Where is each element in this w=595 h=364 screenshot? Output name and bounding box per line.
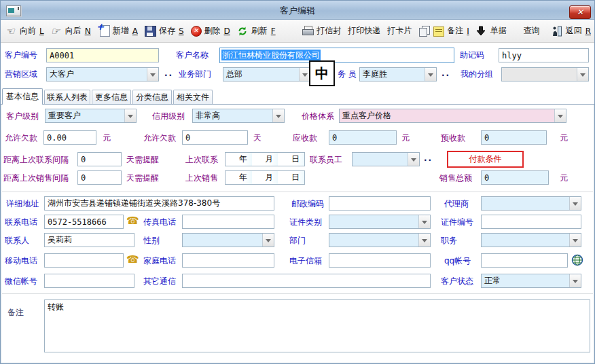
delete-icon — [191, 26, 202, 37]
chevron-down-icon — [408, 153, 419, 166]
dept-dropdown[interactable]: 总部 — [223, 67, 311, 81]
remind-label: 天需提醒 — [126, 155, 159, 164]
fax-field[interactable] — [182, 215, 274, 229]
email-field[interactable] — [329, 253, 431, 268]
last-sales-date-field[interactable]: 年月日 — [225, 170, 305, 185]
gender-dropdown[interactable] — [182, 233, 274, 247]
salesman-ellipsis-button[interactable]: .. — [441, 69, 450, 78]
prev-key: L — [39, 26, 44, 36]
my-group-label: 我的分组 — [461, 69, 493, 79]
query-button[interactable]: 查询 — [520, 20, 543, 42]
address-field[interactable] — [44, 196, 274, 211]
print-envelope-label: 打信封 — [317, 25, 341, 37]
floppy-disk-icon — [145, 26, 156, 37]
allowed-debt-field[interactable] — [43, 130, 96, 145]
sticky-note-icon — [433, 26, 444, 37]
last-contact-label: 上次联系 — [185, 155, 218, 164]
contact-person-field[interactable] — [44, 233, 134, 247]
sales-total-field[interactable] — [481, 170, 549, 185]
phone-field[interactable] — [44, 215, 124, 229]
return-button[interactable]: 返回R — [548, 20, 594, 42]
refresh-label: 刷新 — [251, 25, 268, 37]
bill-button[interactable]: 单据 — [473, 20, 510, 42]
next-label: 向后 — [65, 25, 82, 37]
date-year: 年 — [226, 153, 252, 166]
tab-more-info[interactable]: 更多信息 — [92, 90, 131, 104]
last-contact-date-field[interactable]: 年月日 — [225, 152, 305, 166]
agent-value — [482, 197, 569, 210]
prepaid-field[interactable] — [481, 130, 547, 145]
receivable-field[interactable] — [329, 130, 397, 145]
sales-gap-label: 距离上次销售间隔 — [3, 173, 69, 183]
add-key: A — [132, 26, 138, 36]
contact-gap-field[interactable] — [77, 152, 122, 166]
tab-basic-info[interactable]: 基本信息 — [2, 88, 43, 105]
region-dropdown[interactable]: 大客户 — [46, 67, 159, 81]
unit-day: 天 — [253, 133, 262, 143]
other-comm-field[interactable] — [182, 274, 431, 288]
date-month: 月 — [252, 153, 278, 166]
qq-field[interactable] — [481, 253, 568, 268]
contact-person-label: 联系人 — [5, 236, 29, 245]
unit-yuan: 元 — [560, 133, 568, 143]
zip-field[interactable] — [329, 196, 431, 211]
note-button[interactable]: 备注I — [415, 20, 473, 42]
mobile-field[interactable] — [44, 253, 124, 268]
down-arrow-icon — [476, 26, 488, 37]
cert-type-dropdown[interactable] — [329, 215, 431, 229]
close-button[interactable] — [569, 5, 591, 19]
agent-label: 代理商 — [444, 199, 469, 208]
print-envelope-button[interactable]: 打信封 — [299, 20, 344, 42]
tab-contact-list[interactable]: 联系人列表 — [44, 90, 90, 104]
home-phone-field[interactable] — [182, 253, 274, 268]
customer-status-dropdown[interactable]: 正常 — [481, 274, 581, 288]
wechat-field[interactable] — [44, 274, 134, 288]
department-label: 部门 — [289, 236, 306, 245]
globe-icon[interactable] — [571, 254, 583, 266]
section-divider — [2, 293, 593, 294]
sales-gap-field[interactable] — [77, 170, 122, 185]
tab-related-files[interactable]: 相关文件 — [173, 90, 213, 104]
price-system-label: 价格体系 — [302, 111, 334, 121]
receivable-label: 应收款 — [293, 133, 317, 143]
customer-edit-window: 客户编辑 向前L 向后N 新增A 保存S 删除D 刷新F 打信封 打印快递 打卡… — [0, 0, 595, 364]
tab-category-info[interactable]: 分类信息 — [132, 90, 172, 104]
hand-right-icon — [51, 26, 62, 37]
salesman-dropdown[interactable]: 李庭胜 — [359, 67, 437, 81]
phone-dial-icon[interactable] — [126, 215, 139, 227]
customer-no-label: 客户编号 — [5, 50, 37, 60]
allowed-debt-days-field[interactable] — [182, 130, 248, 145]
contact-gap-label: 距离上次联系间隔 — [3, 155, 69, 164]
price-system-dropdown[interactable]: 重点客户价格 — [339, 109, 566, 123]
print-card-button[interactable]: 打卡片 — [384, 20, 415, 42]
job-dropdown[interactable] — [481, 233, 581, 247]
credit-dropdown[interactable]: 非常高 — [192, 109, 285, 123]
payment-terms-button[interactable]: 付款条件 — [447, 151, 524, 168]
query-label: 查询 — [524, 25, 540, 37]
next-button[interactable]: 向后N — [48, 20, 94, 42]
mnemonic-field[interactable] — [499, 48, 589, 62]
add-button[interactable]: 新增A — [94, 20, 141, 42]
customer-name-label: 客户名称 — [176, 50, 209, 60]
home-phone-label: 家庭电话 — [143, 256, 176, 266]
contact-staff-dropdown[interactable] — [352, 152, 420, 166]
level-dropdown[interactable]: 重要客户 — [45, 109, 137, 123]
department-dropdown[interactable] — [329, 233, 431, 247]
my-group-dropdown[interactable] — [501, 67, 589, 81]
contact-staff-ellipsis-button[interactable]: .. — [424, 153, 433, 163]
prev-button[interactable]: 向前L — [2, 20, 48, 42]
customer-name-field[interactable]: 浙江恒林椅业股份有限公司 — [219, 48, 454, 63]
allowed-debt-label: 允许欠款 — [5, 133, 37, 143]
delete-button[interactable]: 删除D — [187, 20, 234, 42]
agent-dropdown[interactable] — [481, 196, 581, 211]
phone-dial-icon[interactable] — [126, 253, 139, 266]
remark-label: 备注 — [7, 308, 24, 317]
customer-no-field[interactable] — [46, 48, 159, 62]
cert-no-field[interactable] — [481, 215, 581, 229]
remark-textarea[interactable]: 转账 — [44, 299, 590, 352]
refresh-button[interactable]: 刷新F — [234, 20, 279, 42]
save-button[interactable]: 保存S — [141, 20, 187, 42]
region-ellipsis-button[interactable]: .. — [164, 69, 173, 78]
print-express-button[interactable]: 打印快递 — [344, 20, 384, 42]
date-year: 年 — [226, 171, 252, 184]
